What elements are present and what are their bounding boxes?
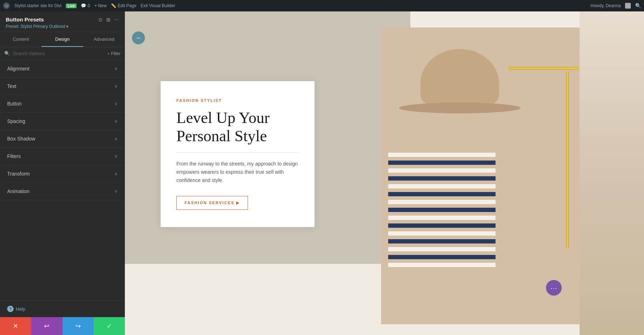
undo-button[interactable]: ↩ xyxy=(31,317,62,335)
builder-toggle-button[interactable]: ↔ xyxy=(132,31,145,44)
hero-cta-button[interactable]: FASHION SERVICES ▶ xyxy=(176,196,248,210)
page-canvas: FASHION STYLIST Level Up Your Personal S… xyxy=(125,11,644,335)
undo-icon: ↩ xyxy=(44,322,49,330)
shirt-stripe xyxy=(388,184,496,188)
cancel-button[interactable]: ✕ xyxy=(0,317,31,335)
section-spacing: Spacing ∨ xyxy=(0,113,125,130)
settings-icon[interactable]: ⊙ xyxy=(98,17,103,23)
section-transform: Transform ∨ xyxy=(0,165,125,183)
hero-card: FASHION STYLIST Level Up Your Personal S… xyxy=(161,81,314,227)
save-icon: ✓ xyxy=(107,322,112,330)
filter-icon: + xyxy=(107,51,109,56)
search-input[interactable] xyxy=(13,51,104,56)
section-text-header[interactable]: Text ∨ xyxy=(0,78,125,95)
help-icon: ? xyxy=(7,306,14,312)
site-name[interactable]: Stylist starter site for Divi xyxy=(14,3,62,8)
rack-horizontal-bar xyxy=(508,67,580,70)
shirt-stripe xyxy=(388,263,496,267)
chevron-down-icon: ∨ xyxy=(114,154,118,159)
howdy-text: Howdy, Deanna xyxy=(591,3,621,8)
rack-vertical-bar xyxy=(566,70,569,249)
builder-icon: ↔ xyxy=(136,35,141,41)
panel-subtitle[interactable]: Preset: Stylist Primary Outlined ▾ xyxy=(6,24,119,29)
comment-icon: 💬 xyxy=(81,3,86,8)
hat-shape xyxy=(410,42,510,113)
help-section: ? Help xyxy=(0,300,125,317)
new-link[interactable]: + New xyxy=(94,3,107,8)
section-alignment-header[interactable]: Alignment ∨ xyxy=(0,60,125,77)
hero-title: Level Up Your Personal Style xyxy=(176,109,299,145)
live-badge: Live xyxy=(66,4,77,8)
section-filters-header[interactable]: Filters ∨ xyxy=(0,148,125,165)
more-options-button[interactable]: ··· xyxy=(546,280,562,296)
chevron-down-icon: ∨ xyxy=(114,171,118,176)
section-transform-header[interactable]: Transform ∨ xyxy=(0,165,125,182)
edit-page-link[interactable]: ✏️ Edit Page xyxy=(111,3,136,8)
chevron-down-icon: ∨ xyxy=(114,101,118,106)
shirt-stripe xyxy=(388,153,496,157)
search-magnifier-icon: 🔍 xyxy=(4,51,10,56)
tab-content[interactable]: Content xyxy=(0,32,42,47)
shirt-stripe xyxy=(388,239,496,243)
chevron-down-icon: ∨ xyxy=(114,189,118,194)
shirt-stripe xyxy=(388,255,496,259)
hero-image-right: ··· xyxy=(381,28,580,324)
comment-count: 0 xyxy=(88,3,90,8)
redo-button[interactable]: ↪ xyxy=(63,317,94,335)
filter-button[interactable]: + Filter xyxy=(107,51,121,56)
shirt-stripe xyxy=(388,168,496,173)
exit-builder-link[interactable]: Exit Visual Builder xyxy=(141,3,175,8)
shirt-stripe xyxy=(388,247,496,251)
shirt-stripe xyxy=(388,176,496,181)
hero-image-far-right xyxy=(580,11,644,335)
settings-list: Alignment ∨ Text ∨ Button ∨ Spacing xyxy=(0,60,125,300)
shirt-stripe xyxy=(388,231,496,236)
search-icon[interactable]: 🔍 xyxy=(635,3,641,9)
bottom-bar: ✕ ↩ ↪ ✓ xyxy=(0,317,125,335)
wordpress-logo[interactable]: W xyxy=(3,2,10,9)
chevron-down-icon: ∨ xyxy=(114,66,118,71)
section-box-shadow-header[interactable]: Box Shadow ∨ xyxy=(0,130,125,147)
shirt-stripe xyxy=(388,200,496,204)
shirt-area xyxy=(388,153,496,296)
panel-title: Button Presets xyxy=(6,16,44,23)
comment-link[interactable]: 💬 0 xyxy=(81,3,90,8)
hat-brim xyxy=(399,103,521,113)
section-box-shadow: Box Shadow ∨ xyxy=(0,130,125,148)
svg-text:W: W xyxy=(5,4,8,8)
section-button-header[interactable]: Button ∨ xyxy=(0,95,125,112)
panel-title-row: Button Presets ⊙ ⊞ ⋯ xyxy=(6,16,119,23)
help-link[interactable]: ? Help xyxy=(7,306,118,312)
tabs-row: Content Design Advanced xyxy=(0,32,125,47)
hat-body xyxy=(420,49,499,106)
chevron-down-icon: ∨ xyxy=(114,84,118,89)
shirt-stripe xyxy=(388,208,496,212)
save-button[interactable]: ✓ xyxy=(94,317,125,335)
hero-section: FASHION STYLIST Level Up Your Personal S… xyxy=(125,11,644,335)
ellipsis-icon: ··· xyxy=(550,284,557,292)
search-row: 🔍 + Filter xyxy=(0,47,125,60)
more-options-icon[interactable]: ⋯ xyxy=(114,17,119,23)
shirt-stripe xyxy=(388,216,496,220)
shirt-stripe xyxy=(388,192,496,196)
main-layout: Button Presets ⊙ ⊞ ⋯ Preset: Stylist Pri… xyxy=(0,11,644,335)
section-spacing-header[interactable]: Spacing ∨ xyxy=(0,113,125,130)
panel-header-icons: ⊙ ⊞ ⋯ xyxy=(98,17,119,23)
hero-divider xyxy=(176,152,299,153)
hero-tag: FASHION STYLIST xyxy=(176,98,299,103)
shirt-stripe xyxy=(388,223,496,228)
tab-design[interactable]: Design xyxy=(42,32,83,47)
hero-description: From the runway to the streets, my appro… xyxy=(176,160,299,184)
shirt-stripe xyxy=(388,161,496,165)
tab-advanced[interactable]: Advanced xyxy=(83,32,125,47)
admin-bar: W Stylist starter site for Divi Live 💬 0… xyxy=(0,0,644,11)
chevron-down-icon: ∨ xyxy=(114,119,118,124)
section-animation-header[interactable]: Animation ∨ xyxy=(0,183,125,200)
columns-icon[interactable]: ⊞ xyxy=(106,17,111,23)
section-animation: Animation ∨ xyxy=(0,183,125,200)
admin-bar-left: W Stylist starter site for Divi Live 💬 0… xyxy=(3,2,585,9)
panel-header: Button Presets ⊙ ⊞ ⋯ Preset: Stylist Pri… xyxy=(0,11,125,32)
user-avatar[interactable] xyxy=(625,3,631,9)
content-area: ↔ FASHION STYLIST Level Up Your Personal… xyxy=(125,11,644,335)
section-alignment: Alignment ∨ xyxy=(0,60,125,78)
